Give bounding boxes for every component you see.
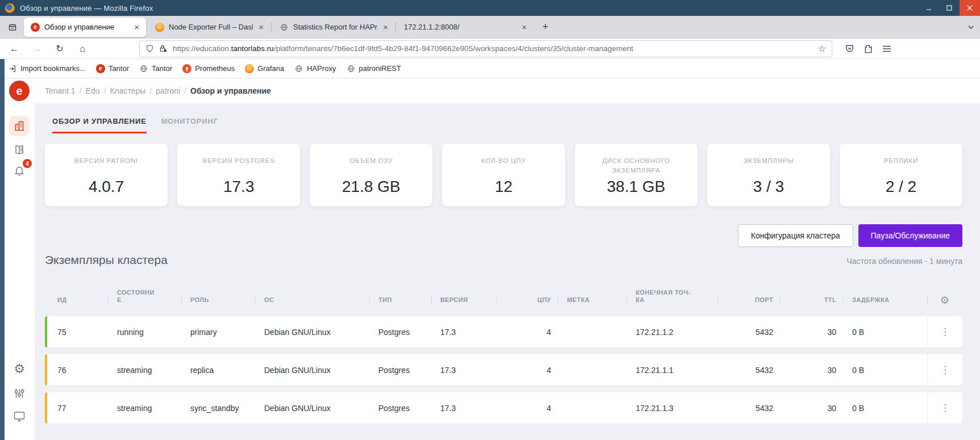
grafana-favicon (245, 64, 254, 73)
home-icon[interactable]: ⌂ (74, 41, 91, 57)
list-all-tabs-icon[interactable] (3, 19, 22, 36)
breadcrumb-item[interactable]: patroni (156, 86, 180, 95)
cell-port: 5432 (718, 328, 780, 337)
row-menu-kebab-icon[interactable]: ⋮ (927, 316, 962, 347)
pocket-save-icon[interactable] (845, 44, 854, 53)
browser-navbar: ← → ↻ ⌂ https://education.tantorlabs.ru/… (0, 39, 980, 59)
new-tab-button[interactable]: + (537, 19, 554, 36)
notifications-badge: 4 (23, 159, 32, 168)
tab-close-icon[interactable]: × (382, 22, 389, 32)
app-sidebar: e 4 ⚙ (5, 78, 35, 440)
breadcrumb-item[interactable]: Tenant 1 (45, 86, 76, 95)
bookmark-patronirest[interactable]: patroniREST (347, 64, 401, 73)
cell-os: Debian GNU/Linux (255, 404, 369, 413)
tab-title: 172.21.1.2:8008/ (404, 23, 516, 31)
cell-role: replica (181, 366, 255, 375)
reload-icon[interactable]: ↻ (51, 41, 68, 57)
minimize-button[interactable] (919, 0, 939, 16)
close-button[interactable] (960, 0, 980, 16)
cell-cpu: 4 (496, 404, 558, 413)
sidebar-item-assistant[interactable] (9, 435, 30, 440)
bookmark-prometheus[interactable]: Prometheus (182, 64, 235, 73)
cell-os: Debian GNU/Linux (255, 366, 369, 375)
cell-lag: 0 B (843, 404, 927, 413)
cell-state: streaming (108, 404, 181, 413)
bookmark-label: HAProxy (307, 64, 336, 73)
tab-close-icon[interactable]: × (133, 22, 140, 32)
forward-icon[interactable]: → (28, 41, 45, 57)
bookmarks-bar: Import bookmarks... e Tantor Tantor Prom… (0, 59, 980, 78)
sidebar-item-clusters[interactable] (9, 116, 30, 136)
back-icon[interactable]: ← (6, 41, 23, 57)
browser-tab-grafana[interactable]: Node Exporter Full – Dashb × (148, 18, 270, 37)
navbar-right-icons (845, 44, 891, 53)
maximize-button[interactable] (939, 0, 960, 16)
tab-close-icon[interactable]: × (520, 22, 528, 32)
cell-role: sync_standby (181, 404, 255, 413)
window-titlebar: Обзор и управление — Mozilla Firefox (0, 0, 980, 16)
refresh-rate-note: Частота обновления - 1 минута (846, 257, 962, 267)
breadcrumb-separator: / (149, 86, 152, 95)
row-menu-kebab-icon[interactable]: ⋮ (927, 354, 962, 385)
bookmark-star-icon[interactable]: ☆ (818, 43, 826, 54)
col-header-ttl: TTL (780, 296, 843, 309)
prometheus-favicon (182, 64, 191, 73)
extensions-icon[interactable] (864, 44, 873, 53)
sidebar-item-docs[interactable] (9, 140, 30, 160)
cell-role: primary (181, 328, 255, 337)
card-instances: ЭКЗЕМПЛЯРЫ 3 / 3 (707, 144, 830, 206)
col-header-id: ИД (45, 296, 108, 309)
col-header-os: ОС (255, 296, 369, 309)
page-tabs: ОБЗОР И УПРАВЛЕНИЕ МОНИТОРИНГ (52, 117, 218, 133)
card-label: ЭКЗЕМПЛЯРЫ (713, 156, 824, 166)
sidebar-item-monitoring[interactable] (9, 406, 30, 426)
browser-tab-haproxy-stats[interactable]: Statistics Report for HAProx × (273, 18, 395, 37)
tab-overview-management[interactable]: ОБЗОР И УПРАВЛЕНИЕ (52, 117, 147, 133)
cell-type: Postgres (369, 366, 431, 375)
cell-ttl: 30 (780, 366, 843, 375)
section-title: Экземпляры кластера (45, 253, 168, 267)
cell-state: running (108, 328, 181, 337)
tab-overflow-chevron-icon[interactable] (968, 23, 974, 31)
sidebar-item-notifications[interactable]: 4 (9, 161, 30, 182)
cell-endpoint: 172.21.1.1 (627, 366, 718, 375)
tantor-logo[interactable]: e (9, 81, 30, 101)
cell-os: Debian GNU/Linux (255, 328, 369, 337)
tab-monitoring[interactable]: МОНИТОРИНГ (161, 117, 218, 133)
gear-icon: ⚙ (14, 363, 25, 375)
cell-endpoint: 172.21.1.3 (627, 404, 718, 413)
table-settings-gear-icon[interactable]: ⚙ (927, 294, 962, 310)
url-bar[interactable]: https://education.tantorlabs.ru/platform… (139, 40, 832, 57)
bookmark-import[interactable]: Import bookmarks... (8, 64, 86, 73)
bookmark-grafana[interactable]: Grafana (245, 64, 284, 73)
tantor-favicon: e (96, 64, 105, 73)
cluster-config-button[interactable]: Конфигурация кластера (738, 224, 853, 247)
row-menu-kebab-icon[interactable]: ⋮ (927, 392, 962, 424)
sidebar-item-settings[interactable]: ⚙ (9, 359, 30, 379)
bookmark-tantor[interactable]: e Tantor (96, 64, 129, 73)
pause-maintenance-button[interactable]: Пауза/Обслуживание (858, 224, 962, 247)
menu-hamburger-icon[interactable] (882, 45, 891, 53)
breadcrumb-item[interactable]: Кластеры (110, 86, 145, 95)
breadcrumb-separator: / (80, 86, 82, 95)
url-path: /platform/tenants/7b6ec1df-9fd5-4b29-84f… (274, 44, 633, 53)
bookmark-tantor-globe[interactable]: Tantor (139, 64, 172, 73)
sidebar-item-parameters[interactable] (9, 383, 30, 404)
bell-icon (13, 165, 26, 178)
desktop-edge (0, 59, 5, 440)
cell-port: 5432 (718, 366, 780, 375)
bookmark-label: Import bookmarks... (20, 64, 86, 73)
monitor-icon (13, 410, 26, 422)
status-indicator (45, 354, 47, 385)
tab-title: Statistics Report for HAProx (293, 23, 377, 31)
browser-tab-patroni-api[interactable]: 172.21.1.2:8008/ × (397, 18, 533, 37)
url-prefix: https://education. (173, 44, 231, 53)
bookmark-label: patroniREST (359, 64, 401, 73)
bookmark-haproxy[interactable]: HAProxy (294, 64, 336, 73)
browser-tab-overview[interactable]: e Обзор и управление × (24, 18, 146, 37)
tab-close-icon[interactable]: × (257, 22, 265, 32)
cell-id: 75 (45, 328, 108, 337)
status-indicator (45, 392, 47, 424)
breadcrumb-item[interactable]: Edu (86, 86, 100, 95)
tab-title: Node Exporter Full – Dashb (169, 23, 253, 31)
